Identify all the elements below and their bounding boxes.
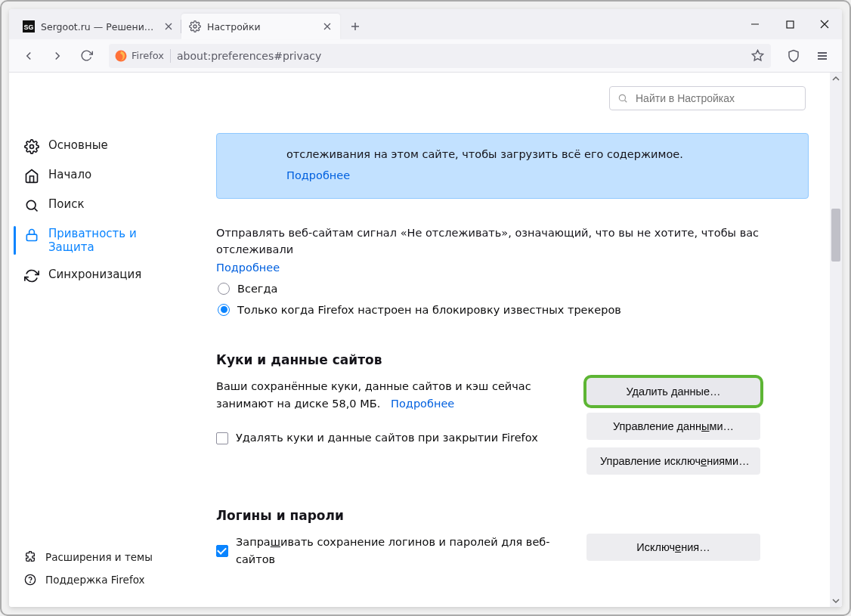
settings-search[interactable] (609, 86, 806, 110)
info-learn-more-link[interactable]: Подробнее (286, 167, 350, 184)
sidebar-link-label: Поддержка Firefox (45, 574, 145, 586)
sidebar-item-general[interactable]: Основные (14, 133, 169, 159)
lock-icon (24, 228, 39, 243)
clear-data-button[interactable]: Удалить данные… (586, 378, 760, 405)
puzzle-icon (24, 551, 36, 563)
sidebar-item-label: Синхронизация (48, 268, 141, 281)
sidebar-item-privacy[interactable]: Приватность и Защита (14, 221, 169, 259)
dnt-learn-more-link[interactable]: Подробнее (216, 262, 280, 274)
logins-heading: Логины и пароли (216, 508, 760, 523)
ask-save-logins-checkbox[interactable]: Запрашивать сохранение логинов и паролей… (216, 534, 556, 568)
delete-on-close-checkbox[interactable]: Удалять куки и данные сайтов при закрыти… (216, 429, 556, 447)
cookies-description: Ваши сохранённые куки, данные сайтов и к… (216, 378, 556, 447)
close-tab-icon[interactable] (162, 20, 175, 33)
sync-icon (24, 268, 39, 283)
tab-label: Sergoot.ru — Решение ваших (41, 21, 156, 33)
manage-exceptions-button[interactable]: Управление исключениями… (586, 447, 760, 475)
home-icon (24, 169, 39, 184)
forward-button[interactable] (45, 44, 70, 68)
radio-icon (218, 283, 230, 295)
radio-icon (218, 304, 230, 316)
titlebar: SG Sergoot.ru — Решение ваших Настройки (9, 9, 842, 39)
sidebar-item-search[interactable]: Поиск (14, 192, 169, 218)
sidebar-item-label: Основные (48, 138, 108, 152)
cookies-learn-more-link[interactable]: Подробнее (391, 398, 454, 410)
url-text: about:preferences#privacy (177, 50, 321, 62)
firefox-label: Firefox (132, 50, 164, 61)
help-icon (24, 574, 36, 586)
browser-window: SG Sergoot.ru — Решение ваших Настройки (9, 9, 842, 607)
radio-label: Только когда Firefox настроен на блокиро… (237, 304, 621, 316)
sidebar-extensions-link[interactable]: Расширения и темы (14, 546, 169, 568)
minimize-button[interactable] (738, 9, 772, 39)
svg-point-2 (193, 25, 197, 28)
bookmark-star-icon[interactable] (750, 48, 765, 63)
nav-toolbar: Firefox about:preferences#privacy (9, 39, 842, 73)
sidebar-item-label: Начало (48, 168, 91, 181)
address-bar[interactable]: Firefox about:preferences#privacy (109, 44, 771, 68)
tab-sergoot[interactable]: SG Sergoot.ru — Решение ваших (15, 14, 181, 39)
search-icon (617, 93, 628, 104)
svg-rect-3 (787, 21, 794, 28)
search-icon (24, 198, 39, 213)
sidebar-support-link[interactable]: Поддержка Firefox (14, 569, 169, 590)
close-window-button[interactable] (807, 9, 842, 39)
dnt-radio-always[interactable]: Всегда (218, 283, 760, 295)
dnt-radio-only-blocking[interactable]: Только когда Firefox настроен на блокиро… (218, 304, 760, 316)
firefox-identity: Firefox (115, 50, 164, 62)
svg-text:SG: SG (23, 23, 33, 31)
svg-marker-5 (752, 50, 763, 60)
gear-icon (24, 139, 39, 154)
settings-main: отслеживания на этом сайте, чтобы загруз… (174, 73, 842, 607)
sidebar-item-home[interactable]: Начало (14, 163, 169, 189)
sidebar-link-label: Расширения и темы (45, 551, 153, 563)
info-text: отслеживания на этом сайте, чтобы загруз… (286, 148, 683, 160)
scroll-up-arrow-icon[interactable] (830, 73, 842, 85)
sg-favicon-icon: SG (23, 20, 35, 33)
content-area: Основные Начало Поиск Приватность и Защи… (9, 73, 842, 607)
back-button[interactable] (17, 44, 41, 68)
checkbox-icon (216, 545, 228, 557)
app-menu-button[interactable] (810, 44, 834, 68)
sidebar-item-sync[interactable]: Синхронизация (14, 262, 169, 289)
checkbox-label: Запрашивать сохранение логинов и паролей… (236, 534, 556, 568)
dnt-description: Отправлять веб-сайтам сигнал «Не отслежи… (216, 224, 760, 258)
svg-point-10 (30, 582, 31, 583)
window-controls (738, 9, 842, 39)
checkbox-icon (216, 432, 228, 444)
shield-icon[interactable] (781, 44, 806, 68)
svg-rect-8 (26, 234, 36, 240)
login-exceptions-button[interactable]: Исключения… (586, 534, 760, 561)
svg-point-6 (30, 145, 34, 149)
checkbox-label: Удалять куки и данные сайтов при закрыти… (236, 429, 538, 447)
manage-data-button[interactable]: Управление данными… (586, 413, 760, 440)
scroll-down-arrow-icon[interactable] (830, 595, 842, 607)
gear-favicon-icon (189, 20, 201, 33)
radio-label: Всегда (237, 283, 277, 295)
scrollbar-thumb[interactable] (831, 209, 840, 262)
sidebar-item-label: Приватность и Защита (48, 227, 160, 254)
tracking-info-box: отслеживания на этом сайте, чтобы загруз… (216, 133, 809, 199)
cookies-heading: Куки и данные сайтов (216, 352, 760, 367)
svg-point-11 (619, 94, 625, 101)
new-tab-button[interactable] (345, 16, 366, 37)
close-tab-icon[interactable] (320, 20, 334, 33)
settings-search-input[interactable] (634, 91, 797, 105)
tab-strip: SG Sergoot.ru — Решение ваших Настройки (9, 9, 366, 39)
svg-point-7 (26, 200, 36, 209)
cookies-section: Куки и данные сайтов Ваши сохранённые ку… (216, 352, 760, 475)
tab-label: Настройки (207, 21, 314, 33)
do-not-track-section: Отправлять веб-сайтам сигнал «Не отслежи… (216, 224, 760, 316)
tab-settings[interactable]: Настройки (181, 14, 340, 39)
logins-section: Логины и пароли Запрашивать сохранение л… (216, 508, 760, 568)
maximize-button[interactable] (772, 9, 807, 39)
reload-button[interactable] (74, 44, 98, 68)
settings-sidebar: Основные Начало Поиск Приватность и Защи… (9, 73, 174, 607)
firefox-logo-icon (115, 50, 127, 62)
sidebar-item-label: Поиск (48, 197, 85, 211)
vertical-scrollbar[interactable] (830, 73, 842, 607)
